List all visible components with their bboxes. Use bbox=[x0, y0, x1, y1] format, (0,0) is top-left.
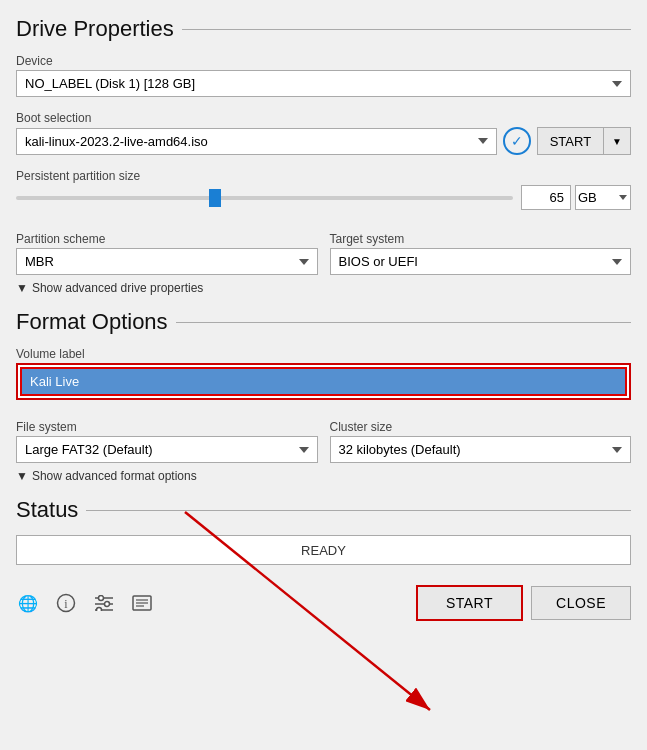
status-text: READY bbox=[301, 543, 346, 558]
advanced-format-chevron: ▼ bbox=[16, 469, 28, 483]
bottom-icons: 🌐 i bbox=[16, 591, 154, 615]
slider-thumb[interactable] bbox=[209, 189, 221, 207]
cluster-col: Cluster size 32 kilobytes (Default) bbox=[330, 420, 632, 463]
boot-select[interactable]: kali-linux-2023.2-live-amd64.iso bbox=[16, 128, 497, 155]
bottom-buttons: START CLOSE bbox=[416, 585, 631, 621]
persistent-group: Persistent partition size GB bbox=[16, 169, 631, 218]
volume-label-label: Volume label bbox=[16, 347, 631, 361]
sliders-icon[interactable] bbox=[92, 591, 116, 615]
svg-text:i: i bbox=[64, 597, 68, 611]
target-col: Target system BIOS or UEFI bbox=[330, 232, 632, 275]
advanced-format-link[interactable]: ▼ Show advanced format options bbox=[16, 469, 631, 483]
select-dropdown-button[interactable]: ▼ bbox=[604, 128, 630, 154]
volume-label-wrapper bbox=[16, 363, 631, 400]
volume-label-input[interactable] bbox=[20, 367, 627, 396]
device-label: Device bbox=[16, 54, 631, 68]
svg-point-5 bbox=[105, 602, 110, 607]
partition-label: Partition scheme bbox=[16, 232, 318, 246]
bottom-bar: 🌐 i bbox=[16, 585, 631, 621]
drive-properties-header: Drive Properties bbox=[16, 16, 631, 42]
filesystem-cluster-row: File system Large FAT32 (Default) Cluste… bbox=[16, 420, 631, 463]
format-options-title: Format Options bbox=[16, 309, 168, 335]
globe-icon[interactable]: 🌐 bbox=[16, 591, 40, 615]
cluster-label: Cluster size bbox=[330, 420, 632, 434]
boot-label: Boot selection bbox=[16, 111, 631, 125]
slider-track bbox=[16, 196, 513, 200]
persistent-row: GB bbox=[16, 185, 631, 210]
status-header: Status bbox=[16, 497, 631, 523]
format-header-divider bbox=[176, 322, 631, 323]
list-icon[interactable] bbox=[130, 591, 154, 615]
boot-check-icon: ✓ bbox=[503, 127, 531, 155]
header-divider bbox=[182, 29, 631, 30]
status-header-divider bbox=[86, 510, 631, 511]
select-button[interactable]: START bbox=[538, 128, 604, 154]
close-button[interactable]: CLOSE bbox=[531, 586, 631, 620]
advanced-drive-chevron: ▼ bbox=[16, 281, 28, 295]
size-unit-select[interactable]: GB bbox=[575, 185, 631, 210]
start-button[interactable]: START bbox=[416, 585, 523, 621]
status-bar: READY bbox=[16, 535, 631, 565]
filesystem-col: File system Large FAT32 (Default) bbox=[16, 420, 318, 463]
drive-properties-title: Drive Properties bbox=[16, 16, 174, 42]
persistent-label: Persistent partition size bbox=[16, 169, 631, 183]
device-group: Device NO_LABEL (Disk 1) [128 GB] bbox=[16, 54, 631, 97]
boot-row: kali-linux-2023.2-live-amd64.iso ✓ START… bbox=[16, 127, 631, 155]
advanced-format-label: Show advanced format options bbox=[32, 469, 197, 483]
target-label: Target system bbox=[330, 232, 632, 246]
size-input[interactable] bbox=[521, 185, 571, 210]
partition-target-row: Partition scheme MBR Target system BIOS … bbox=[16, 232, 631, 275]
partition-col: Partition scheme MBR bbox=[16, 232, 318, 275]
info-icon[interactable]: i bbox=[54, 591, 78, 615]
persistent-slider-container bbox=[16, 188, 513, 208]
filesystem-label: File system bbox=[16, 420, 318, 434]
volume-label-group: Volume label bbox=[16, 347, 631, 406]
select-btn-group: START ▼ bbox=[537, 127, 631, 155]
advanced-drive-label: Show advanced drive properties bbox=[32, 281, 203, 295]
target-select[interactable]: BIOS or UEFI bbox=[330, 248, 632, 275]
partition-select[interactable]: MBR bbox=[16, 248, 318, 275]
cluster-select[interactable]: 32 kilobytes (Default) bbox=[330, 436, 632, 463]
device-select[interactable]: NO_LABEL (Disk 1) [128 GB] bbox=[16, 70, 631, 97]
advanced-drive-link[interactable]: ▼ Show advanced drive properties bbox=[16, 281, 631, 295]
svg-point-7 bbox=[97, 608, 102, 612]
filesystem-select[interactable]: Large FAT32 (Default) bbox=[16, 436, 318, 463]
format-options-header: Format Options bbox=[16, 309, 631, 335]
status-title: Status bbox=[16, 497, 78, 523]
size-input-group: GB bbox=[521, 185, 631, 210]
boot-group: Boot selection kali-linux-2023.2-live-am… bbox=[16, 111, 631, 155]
svg-point-3 bbox=[99, 596, 104, 601]
